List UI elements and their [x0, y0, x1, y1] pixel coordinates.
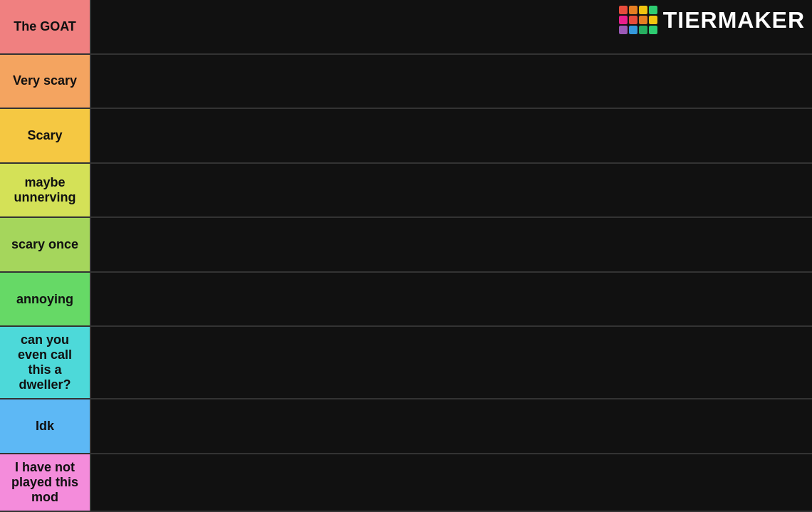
- logo-pixel: [649, 6, 657, 14]
- tier-content-very-scary[interactable]: [90, 55, 812, 108]
- logo-pixel: [619, 16, 628, 24]
- logo-pixel: [639, 6, 647, 14]
- tier-label-scary-once: scary once: [0, 218, 90, 271]
- tier-content-can-you-even[interactable]: [90, 327, 812, 398]
- tier-content-annoying[interactable]: [90, 273, 812, 326]
- tier-row-scary-once: scary once: [0, 218, 812, 273]
- tier-label-can-you-even: can you even call this a dweller?: [0, 327, 90, 398]
- logo-pixel: [629, 16, 637, 24]
- tier-content-not-played[interactable]: [90, 454, 812, 511]
- tier-row-not-played: I have not played this mod: [0, 454, 812, 512]
- tier-row-maybe-unnerving: maybe unnerving: [0, 164, 812, 219]
- logo-pixel: [639, 16, 647, 24]
- tier-row-scary: Scary: [0, 109, 812, 164]
- tier-content-scary[interactable]: [90, 109, 812, 162]
- tier-row-annoying: annoying: [0, 273, 812, 328]
- tier-content-scary-once[interactable]: [90, 218, 812, 271]
- tier-label-annoying: annoying: [0, 273, 90, 326]
- tier-row-idk: Idk: [0, 399, 812, 454]
- logo-pixel: [629, 26, 637, 34]
- tierlist: TiERMAKER The GOATVery scaryScarymaybe u…: [0, 0, 812, 512]
- tier-row-very-scary: Very scary: [0, 55, 812, 110]
- logo-pixel: [629, 6, 637, 14]
- logo-pixel: [649, 26, 657, 34]
- tiermaker-logo-text: TiERMAKER: [663, 7, 805, 33]
- tier-label-not-played: I have not played this mod: [0, 454, 90, 511]
- tier-content-maybe-unnerving[interactable]: [90, 164, 812, 217]
- tier-label-scary: Scary: [0, 109, 90, 162]
- tier-label-goat: The GOAT: [0, 0, 90, 53]
- tier-label-maybe-unnerving: maybe unnerving: [0, 164, 90, 217]
- logo-pixel: [639, 26, 647, 34]
- logo-pixel: [649, 16, 657, 24]
- tier-label-idk: Idk: [0, 399, 90, 453]
- tiermaker-logo: TiERMAKER: [619, 6, 805, 34]
- logo-pixel: [619, 26, 628, 34]
- logo-grid-icon: [619, 6, 657, 34]
- tier-row-can-you-even: can you even call this a dweller?: [0, 327, 812, 399]
- tier-label-very-scary: Very scary: [0, 55, 90, 108]
- logo-pixel: [619, 6, 628, 14]
- tier-content-idk[interactable]: [90, 399, 812, 453]
